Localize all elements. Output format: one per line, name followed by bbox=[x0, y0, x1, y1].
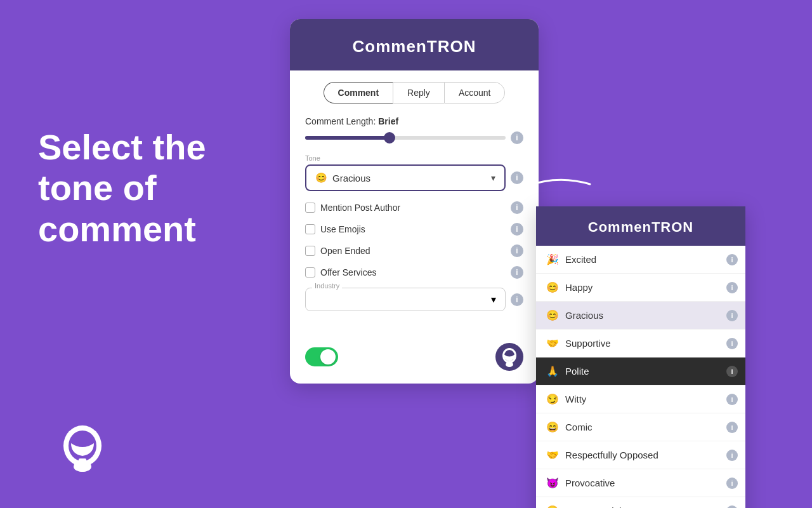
industry-section: Industry ▾ i bbox=[305, 288, 523, 311]
dropdown-item-info-icon[interactable]: i bbox=[726, 478, 738, 489]
checkbox-mention-author[interactable]: Mention Post Author bbox=[305, 203, 506, 213]
dropdown-overlay-card: CommenTRON 🎉Excitedi😊Happyi😊Graciousi🤝Su… bbox=[536, 206, 745, 508]
main-card-title: CommenTRON bbox=[303, 37, 526, 57]
dropdown-item-emoji: 😄 bbox=[546, 421, 559, 433]
main-card-header: CommenTRON bbox=[290, 19, 539, 70]
industry-info-icon[interactable]: i bbox=[511, 293, 523, 306]
dropdown-item-info-icon[interactable]: i bbox=[726, 366, 738, 377]
toggle-switch[interactable] bbox=[305, 347, 338, 366]
dropdown-item-emoji: 🙏 bbox=[546, 365, 559, 377]
dropdown-item-info-icon[interactable]: i bbox=[726, 394, 738, 405]
dropdown-item[interactable]: 🤝Supportivei bbox=[536, 330, 745, 358]
dropdown-item-emoji: 😊 bbox=[546, 309, 559, 321]
bottom-logo bbox=[51, 419, 114, 483]
checkbox-row-0: Mention Post Author i bbox=[305, 201, 523, 214]
toggle-thumb bbox=[320, 349, 336, 364]
dropdown-item-info-icon[interactable]: i bbox=[726, 282, 738, 293]
dropdown-item-info-icon[interactable]: i bbox=[726, 505, 738, 509]
checkbox-open-ended-label: Open Ended bbox=[320, 246, 370, 256]
dropdown-item[interactable]: 🙏Politei bbox=[536, 358, 745, 385]
dropdown-item-emoji: 🎉 bbox=[546, 253, 559, 265]
dropdown-item[interactable]: 😏Wittyi bbox=[536, 385, 745, 413]
dropdown-item-info-icon[interactable]: i bbox=[726, 338, 738, 349]
dropdown-item-label: Provocative bbox=[565, 478, 615, 488]
tone-label-text: Gracious bbox=[332, 173, 370, 184]
checkbox-mention-author-box[interactable] bbox=[305, 203, 315, 213]
tab-comment[interactable]: Comment bbox=[324, 82, 393, 104]
dropdown-item[interactable]: 😮Controversiali bbox=[536, 497, 745, 508]
hero-line-2: tone of bbox=[38, 168, 206, 208]
industry-legend: Industry bbox=[312, 282, 342, 290]
checkbox-row-1: Use Emojis i bbox=[305, 223, 523, 236]
dropdown-list: 🎉Excitedi😊Happyi😊Graciousi🤝Supportivei🙏P… bbox=[536, 246, 745, 508]
mention-author-info-icon[interactable]: i bbox=[511, 201, 523, 214]
dropdown-item-label: Respectfully Opposed bbox=[565, 450, 658, 460]
tone-selected-value: 😊 Gracious bbox=[315, 172, 370, 184]
checkbox-use-emojis[interactable]: Use Emojis bbox=[305, 224, 506, 234]
checkbox-offer-services[interactable]: Offer Services bbox=[305, 267, 506, 277]
dropdown-item-emoji: 🤝 bbox=[546, 449, 559, 461]
industry-inner: ▾ bbox=[315, 293, 496, 305]
dropdown-item-emoji: 😏 bbox=[546, 393, 559, 405]
tab-reply[interactable]: Reply bbox=[393, 82, 444, 104]
dropdown-item-info-icon[interactable]: i bbox=[726, 254, 738, 265]
dropdown-item-label: Controversial bbox=[565, 505, 621, 508]
slider-track[interactable] bbox=[305, 136, 506, 140]
checkbox-offer-services-box[interactable] bbox=[305, 267, 315, 277]
checkbox-open-ended-box[interactable] bbox=[305, 246, 315, 256]
dropdown-title-prefix: Commen bbox=[588, 219, 652, 235]
hero-line-3: comment bbox=[38, 209, 206, 250]
length-slider-row: i bbox=[305, 131, 523, 144]
offer-services-info-icon[interactable]: i bbox=[511, 266, 523, 279]
tone-label: Tone bbox=[305, 154, 523, 162]
checkbox-mention-author-label: Mention Post Author bbox=[320, 203, 400, 213]
dropdown-item[interactable]: 🤝Respectfully Opposedi bbox=[536, 441, 745, 469]
dropdown-item-emoji: 😈 bbox=[546, 477, 559, 489]
dropdown-item-label: Witty bbox=[565, 394, 586, 404]
dropdown-item[interactable]: 😄Comici bbox=[536, 413, 745, 441]
ironman-avatar bbox=[495, 343, 523, 371]
dropdown-item[interactable]: 😊Graciousi bbox=[536, 302, 745, 330]
dropdown-card-title: CommenTRON bbox=[549, 219, 733, 236]
dropdown-item[interactable]: 🎉Excitedi bbox=[536, 246, 745, 274]
open-ended-info-icon[interactable]: i bbox=[511, 244, 523, 257]
checkbox-row-2: Open Ended i bbox=[305, 244, 523, 257]
title-suffix: TRON bbox=[427, 37, 476, 56]
dropdown-item-label: Polite bbox=[565, 366, 589, 377]
dropdown-item-emoji: 😮 bbox=[546, 505, 559, 508]
hero-line-1: Select the bbox=[38, 127, 206, 168]
dropdown-item-info-icon[interactable]: i bbox=[726, 450, 738, 461]
dropdown-item-emoji: 😊 bbox=[546, 281, 559, 293]
dropdown-item[interactable]: 😈Provocativei bbox=[536, 469, 745, 497]
card-footer bbox=[290, 337, 539, 384]
checkbox-offer-services-label: Offer Services bbox=[320, 267, 376, 277]
card-body: Comment Length: Brief i Tone 😊 Gracious bbox=[290, 104, 539, 337]
dropdown-item-label: Gracious bbox=[565, 310, 603, 321]
dropdown-card-header: CommenTRON bbox=[536, 206, 745, 246]
tab-bar: Comment Reply Account bbox=[290, 70, 539, 104]
main-card: CommenTRON Comment Reply Account Comment… bbox=[290, 19, 539, 384]
tab-account[interactable]: Account bbox=[444, 82, 506, 104]
dropdown-item-label: Supportive bbox=[565, 338, 611, 349]
dropdown-item-info-icon[interactable]: i bbox=[726, 310, 738, 321]
checkbox-row-3: Offer Services i bbox=[305, 266, 523, 279]
comment-length-label: Comment Length: Brief bbox=[305, 116, 523, 126]
checkbox-use-emojis-label: Use Emojis bbox=[320, 224, 365, 234]
dropdown-item-info-icon[interactable]: i bbox=[726, 422, 738, 433]
use-emojis-info-icon[interactable]: i bbox=[511, 223, 523, 236]
dropdown-title-suffix: TRON bbox=[652, 219, 693, 235]
dropdown-item[interactable]: 😊Happyi bbox=[536, 274, 745, 302]
length-info-icon[interactable]: i bbox=[511, 131, 523, 144]
tone-dropdown[interactable]: 😊 Gracious ▾ bbox=[305, 164, 506, 191]
checkbox-open-ended[interactable]: Open Ended bbox=[305, 246, 506, 256]
chevron-down-icon: ▾ bbox=[491, 173, 495, 183]
hero-text: Select the tone of comment bbox=[38, 127, 206, 250]
checkbox-use-emojis-box[interactable] bbox=[305, 224, 315, 234]
title-prefix: Commen bbox=[353, 37, 427, 56]
industry-chevron-icon: ▾ bbox=[491, 293, 496, 305]
tone-section: Tone 😊 Gracious ▾ i bbox=[305, 154, 523, 191]
svg-point-8 bbox=[506, 362, 513, 367]
industry-dropdown[interactable]: Industry ▾ bbox=[305, 288, 506, 311]
slider-thumb bbox=[384, 132, 395, 144]
dropdown-item-label: Happy bbox=[565, 282, 593, 293]
